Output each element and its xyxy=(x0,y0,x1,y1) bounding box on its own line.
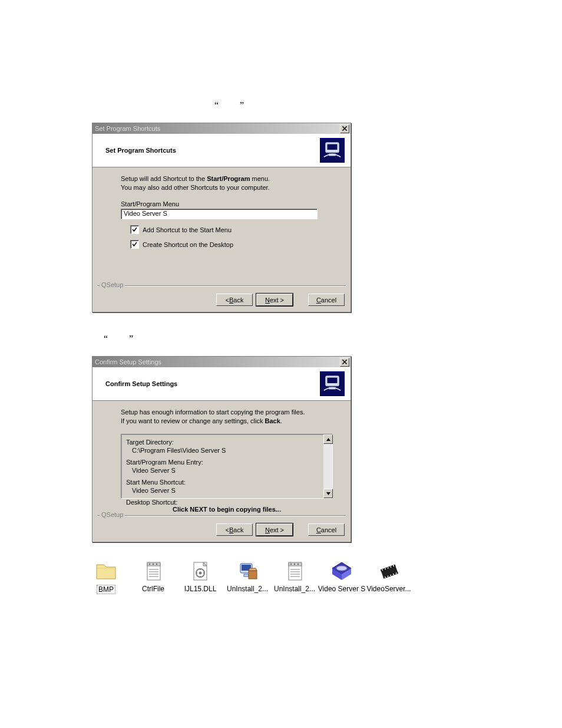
qsetup-groupbox: QSetup xyxy=(97,515,346,516)
confirm-setup-settings-dialog: Confirm Setup Settings Confirm Setup Set… xyxy=(92,356,351,542)
file-label: BMP xyxy=(97,585,115,594)
installer-icon xyxy=(320,138,345,163)
intro-text: Setup will add Shortcut to the Start/Pro… xyxy=(121,174,333,192)
set-program-shortcuts-dialog: Set Program Shortcuts Set Program Shortc… xyxy=(92,123,351,312)
titlebar[interactable]: Set Program Shortcuts xyxy=(92,123,351,134)
dialog-header-title: Confirm Setup Settings xyxy=(105,380,320,387)
close-icon xyxy=(342,360,347,364)
start-menu-checkbox-label: Add Shortcut to the Start Menu xyxy=(143,226,232,233)
next-button[interactable]: Next > xyxy=(256,294,293,306)
intro-text: Setup has enough information to start co… xyxy=(121,408,333,426)
file-video-server-s[interactable]: Video Server S xyxy=(318,560,365,594)
close-button[interactable] xyxy=(340,358,349,367)
svg-point-10 xyxy=(156,564,157,565)
dialog-footer: QSetup < Back Next > Cancel xyxy=(92,285,351,312)
uninstall-exe-icon xyxy=(236,560,259,582)
desktop-checkbox-label: Create Shortcut on the Desktop xyxy=(143,241,233,248)
file-videoserver-clip[interactable]: VideoServer... xyxy=(365,560,412,594)
file-label: CtrlFile xyxy=(142,585,164,593)
chevron-up-icon xyxy=(326,438,330,441)
svg-rect-4 xyxy=(328,378,338,383)
svg-rect-21 xyxy=(249,571,257,579)
close-button[interactable] xyxy=(340,124,349,133)
file-uninstall-log[interactable]: UnInstall_2... xyxy=(271,560,318,594)
back-button[interactable]: < Back xyxy=(216,294,253,306)
svg-rect-1 xyxy=(328,144,338,150)
dll-icon xyxy=(189,560,212,582)
file-bmp-folder[interactable]: BMP xyxy=(82,560,130,594)
file-ctrlfile[interactable]: CtrlFile xyxy=(130,560,177,594)
installed-files-strip: BMP CtrlFile IJL15.DLL xyxy=(82,560,412,594)
scroll-down-button[interactable] xyxy=(323,489,333,498)
next-button[interactable]: Next > xyxy=(256,523,293,536)
notepad-icon xyxy=(283,560,306,582)
back-button[interactable]: < Back xyxy=(216,523,253,536)
chevron-down-icon xyxy=(326,492,330,495)
field-label: Start/Program Menu xyxy=(121,200,333,207)
doc-caption-1: “ ” xyxy=(214,100,562,111)
film-clip-icon xyxy=(377,560,401,582)
scroll-up-button[interactable] xyxy=(323,434,333,444)
svg-point-17 xyxy=(199,572,202,575)
program-menu-input[interactable]: Video Server S xyxy=(121,209,318,219)
file-label: UnInstall_2... xyxy=(227,585,268,593)
installer-icon xyxy=(320,371,345,396)
file-label: VideoServer... xyxy=(366,585,411,593)
svg-point-26 xyxy=(297,564,299,565)
qsetup-groupbox: QSetup xyxy=(97,285,346,286)
svg-point-34 xyxy=(336,566,347,571)
folder-icon xyxy=(94,560,118,582)
scrollbar[interactable] xyxy=(323,434,333,499)
checkmark-icon xyxy=(132,242,137,247)
svg-rect-20 xyxy=(244,574,249,577)
dialog-header-title: Set Program Shortcuts xyxy=(105,147,320,154)
window-title: Set Program Shortcuts xyxy=(95,125,160,132)
notepad-icon xyxy=(141,560,165,582)
video-server-icon xyxy=(330,560,353,582)
svg-point-25 xyxy=(294,564,295,565)
settings-text: Target Directory: C:\Program Files\Video… xyxy=(121,434,323,499)
svg-point-8 xyxy=(149,564,150,565)
file-label: IJL15.DLL xyxy=(184,585,217,593)
cancel-button[interactable]: Cancel xyxy=(308,294,345,306)
titlebar[interactable]: Confirm Setup Settings xyxy=(92,357,351,367)
doc-caption-2: “ ” xyxy=(104,334,562,344)
dialog-body: Setup has enough information to start co… xyxy=(92,401,351,515)
start-menu-checkbox[interactable] xyxy=(130,225,139,234)
close-icon xyxy=(342,126,347,131)
file-label: Video Server S xyxy=(318,585,366,593)
instruction-text: Click NEXT to begin copying files... xyxy=(121,506,333,513)
dialog-footer: QSetup < Back Next > Cancel xyxy=(92,515,351,542)
dialog-header: Confirm Setup Settings xyxy=(92,367,351,401)
svg-point-24 xyxy=(290,564,292,565)
file-uninstall-exe[interactable]: UnInstall_2... xyxy=(224,560,271,594)
start-menu-checkbox-row: Add Shortcut to the Start Menu xyxy=(130,225,333,234)
dialog-header: Set Program Shortcuts xyxy=(92,134,351,167)
dialog-body: Setup will add Shortcut to the Start/Pro… xyxy=(92,167,351,285)
file-label: UnInstall_2... xyxy=(274,585,315,593)
file-ijl15-dll[interactable]: IJL15.DLL xyxy=(177,560,224,594)
settings-summary: Target Directory: C:\Program Files\Video… xyxy=(121,434,333,499)
svg-point-9 xyxy=(153,564,154,565)
desktop-checkbox[interactable] xyxy=(130,240,139,249)
checkmark-icon xyxy=(132,227,137,232)
window-title: Confirm Setup Settings xyxy=(95,358,161,365)
desktop-checkbox-row: Create Shortcut on the Desktop xyxy=(130,240,333,249)
cancel-button[interactable]: Cancel xyxy=(308,523,345,536)
